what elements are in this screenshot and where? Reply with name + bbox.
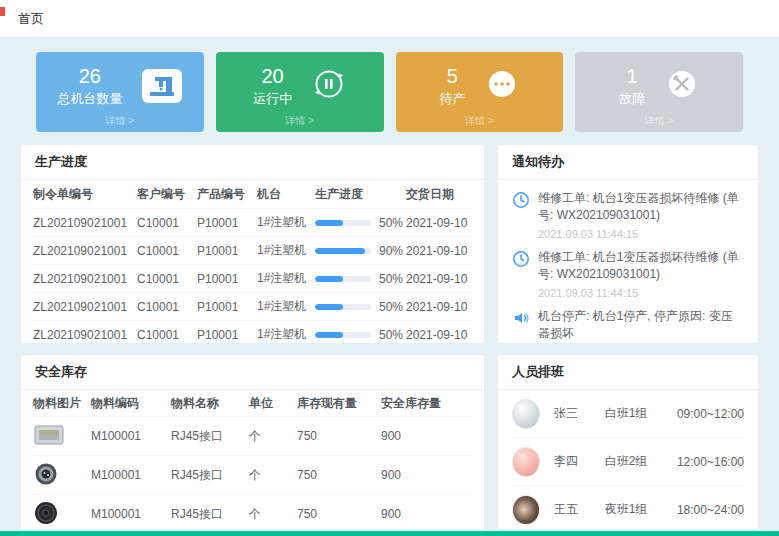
staff-time: 12:00~16:00 [677,455,744,469]
stat-card-total-machines[interactable]: 26 总机台数量 详情 > [36,52,204,132]
dashboard-content: 26 总机台数量 详情 > 20 运行中 [0,38,779,530]
progress-value: 50% [379,216,403,230]
progress-bar [315,248,371,254]
table-row: M100001 RJ45接口 个 750 900 [33,494,472,530]
staff-name: 张三 [554,405,605,422]
stat-value: 1 [619,65,645,87]
schedule-row: 李四 白班2组 12:00~16:00 [512,438,744,486]
staff-time: 18:00~24:00 [677,503,744,517]
detail-link[interactable]: 详情 > [36,114,204,128]
detail-link[interactable]: 详情 > [216,114,384,128]
tools-icon [665,67,699,105]
speaker-icon [512,308,530,343]
panel-title: 生产进度 [21,145,484,180]
ellipsis-icon [485,67,519,105]
clock-icon [512,249,530,299]
stat-card-waiting[interactable]: 5 待产 详情 > [396,52,564,132]
machine-icon [142,69,182,103]
stat-value: 26 [57,65,122,87]
progress-bar [315,276,371,282]
progress-value: 50% [379,328,403,342]
staff-name: 李四 [554,453,605,470]
progress-value: 50% [379,300,403,314]
table-row: ZL202109021001 C10001 P10001 1#注塑机 50% 2… [33,264,472,292]
notice-text: 机台停产: 机台1停产, 停产原因: 变压器损坏 [538,308,744,343]
notice-item[interactable]: 维修工单: 机台1变压器损坏待维修 (单号: WX202109031001) 2… [512,249,744,299]
notices-panel: 通知待办 维修工单: 机台1变压器损坏待维修 (单号: WX2021090310… [497,144,759,344]
avatar [512,495,540,525]
progress-bar [315,332,371,338]
staff-shift: 白班2组 [605,453,677,470]
progress-value: 50% [379,272,403,286]
stat-label: 待产 [439,90,465,108]
inventory-table: 物料图片 物料编码 物料名称 单位 库存现有量 安全库存量 [21,390,484,530]
notice-time: 2021.09.03 11:44:15 [538,287,744,299]
panel-title: 通知待办 [498,145,758,180]
stat-card-fault[interactable]: 1 故障 详情 > [575,52,743,132]
table-header-row: 制令单编号 客户编号 产品编号 机台 生产进度 交货日期 [33,180,472,208]
schedule-row: 张三 白班1组 09:00~12:00 [512,390,744,438]
stat-label: 总机台数量 [57,90,122,108]
staff-time: 09:00~12:00 [677,407,744,421]
production-table: 制令单编号 客户编号 产品编号 机台 生产进度 交货日期 ZL202109021… [21,180,484,344]
speaker-driver-image [33,501,91,528]
round-connector-image [33,462,91,489]
notice-text: 维修工单: 机台1变压器损坏待维修 (单号: WX202109031001) [538,249,744,284]
notice-text: 维修工单: 机台1变压器损坏待维修 (单号: WX202109031001) [538,190,744,225]
table-row: ZL202109021001 C10001 P10001 1#注塑机 90% 2… [33,236,472,264]
top-bar: 首页 [0,0,779,38]
table-row: ZL202109021001 C10001 P10001 1#注塑机 50% 2… [33,292,472,320]
staff-schedule-panel: 人员排班 张三 白班1组 09:00~12:00 李四 白班2组 12:00~1… [497,354,759,530]
avatar [512,447,540,477]
table-row: M100001 RJ45接口 个 750 900 [33,455,472,494]
avatar [512,399,540,429]
table-row: ZL202109021001 C10001 P10001 1#注塑机 50% 2… [33,208,472,236]
notice-item[interactable]: 维修工单: 机台1变压器损坏待维修 (单号: WX202109031001) 2… [512,190,744,240]
stat-value: 20 [253,65,292,87]
staff-shift: 夜班1组 [605,501,677,518]
table-row: M100001 RJ45接口 个 750 900 [33,416,472,455]
stat-value: 5 [439,65,465,87]
running-icon [312,67,346,105]
stat-cards-row: 26 总机台数量 详情 > 20 运行中 [36,52,743,132]
detail-link[interactable]: 详情 > [396,114,564,128]
stat-card-running[interactable]: 20 运行中 详情 > [216,52,384,132]
clock-icon [512,190,530,240]
detail-link[interactable]: 详情 > [575,114,743,128]
panel-title: 人员排班 [498,355,758,390]
notice-time: 2021.09.03 11:44:15 [538,228,744,240]
schedule-row: 王五 夜班1组 18:00~24:00 [512,486,744,530]
table-header-row: 物料图片 物料编码 物料名称 单位 库存现有量 安全库存量 [33,390,472,416]
panel-title: 安全库存 [21,355,484,390]
progress-bar [315,304,371,310]
screen-edge-artifact-red [0,7,5,16]
progress-value: 90% [379,244,403,258]
production-progress-panel: 生产进度 制令单编号 客户编号 产品编号 机台 生产进度 交货日期 ZL2021… [20,144,485,344]
progress-bar [315,220,371,226]
screen-edge-strip [0,531,779,536]
staff-name: 王五 [554,501,605,518]
stat-label: 故障 [619,90,645,108]
staff-shift: 白班1组 [605,405,677,422]
table-row: ZL202109021001 C10001 P10001 1#注塑机 50% 2… [33,320,472,344]
tab-home[interactable]: 首页 [18,10,44,28]
safety-stock-panel: 安全库存 物料图片 物料编码 物料名称 单位 库存现有量 安全库存量 [20,354,485,530]
stat-label: 运行中 [253,90,292,108]
rj45-connector-image [33,423,91,450]
notice-item[interactable]: 机台停产: 机台1停产, 停产原因: 变压器损坏 [512,308,744,343]
